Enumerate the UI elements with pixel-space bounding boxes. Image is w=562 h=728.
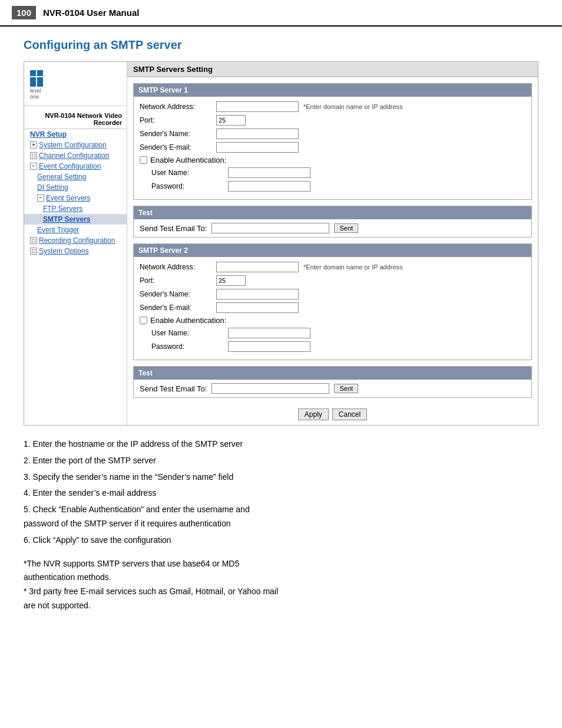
note-2: * 3rd party free E-mail services such as…: [24, 585, 538, 613]
event-config-label[interactable]: Event Configuration: [39, 162, 101, 170]
instructions: 1. Enter the hostname or the IP address …: [24, 437, 538, 548]
senders-name-row2: Sender's Name:: [140, 289, 525, 299]
network-address-input1[interactable]: [216, 101, 299, 112]
recording-config-label[interactable]: Recording Configuration: [39, 236, 115, 245]
expand-icon-recording: □: [30, 237, 37, 244]
senders-name-row1: Sender's Name:: [140, 129, 525, 139]
senders-name-label2: Sender's Name:: [140, 290, 216, 298]
smtp-servers-header: SMTP Servers Setting: [127, 62, 538, 77]
send-test-input2[interactable]: [211, 383, 329, 394]
username-input2[interactable]: [228, 328, 310, 338]
send-test-input1[interactable]: [211, 223, 329, 233]
event-servers-label[interactable]: Event Servers: [46, 194, 90, 202]
senders-email-input1[interactable]: [216, 142, 299, 153]
instruction-4: 4. Enter the sender’s e-mail address: [24, 486, 538, 500]
test-block1: Test Send Test Email To: Sent: [133, 206, 532, 238]
senders-email-row2: Sender's E-mail:: [140, 302, 525, 313]
smtp-server1-block: SMTP Server 1 Network Address: *Enter do…: [133, 83, 532, 200]
sent-button2[interactable]: Sent: [334, 384, 358, 393]
network-address-input2[interactable]: [216, 262, 299, 272]
smtp-server2-block: SMTP Server 2 Network Address: *Enter do…: [133, 243, 532, 360]
sidebar-item-smtp-servers[interactable]: SMTP Servers: [24, 214, 127, 225]
username-label2: User Name:: [151, 329, 228, 337]
port-row1: Port:: [140, 115, 525, 126]
senders-name-input2[interactable]: [216, 289, 299, 299]
network-address-label2: Network Address:: [140, 263, 216, 271]
test-form1: Send Test Email To: Sent: [134, 219, 531, 237]
senders-email-label1: Sender's E-mail:: [140, 143, 216, 151]
sidebar-item-recording-config[interactable]: □ Recording Configuration: [24, 235, 127, 246]
senders-email-input2[interactable]: [216, 302, 299, 313]
network-address-row2: Network Address: *Enter domain name or I…: [140, 262, 525, 272]
notes: *The NVR supports SMTP servers that use …: [24, 557, 538, 613]
sidebar-item-channel-config[interactable]: □ Channel Configuration: [24, 150, 127, 161]
port-row2: Port:: [140, 275, 525, 286]
expand-icon-system-options: □: [30, 248, 37, 255]
nvr-brand: NVR-0104 Network Video Recorder: [24, 110, 127, 129]
sidebar-item-system-config[interactable]: + System Configuration: [24, 140, 127, 150]
page-number: 100: [12, 6, 36, 19]
password-label1: Password:: [151, 182, 228, 190]
expand-icon: +: [30, 141, 37, 149]
page-header: 100 NVR-0104 User Manual: [0, 0, 562, 27]
instruction-3: 3. Specify the sender’s name in the “Sen…: [24, 470, 538, 485]
smtp-server2-form: Network Address: *Enter domain name or I…: [134, 257, 531, 360]
sidebar-item-nvr-setup[interactable]: NVR Setup: [24, 129, 127, 140]
expand-icon: □: [30, 152, 37, 159]
senders-email-label2: Sender's E-mail:: [140, 304, 216, 312]
manual-title: NVR-0104 User Manual: [43, 8, 139, 18]
instruction-5: 5. Check “Enable Authentication” and ent…: [24, 503, 538, 531]
network-address-hint1: *Enter domain name or IP address: [303, 103, 403, 110]
sidebar-item-event-trigger[interactable]: Event Trigger: [24, 225, 127, 235]
password-input2[interactable]: [228, 341, 310, 352]
password-row2: Password:: [151, 341, 525, 352]
channel-config-label[interactable]: Channel Configuration: [39, 151, 109, 160]
enable-auth-label1: Enable Authentication:: [150, 156, 226, 164]
senders-name-input1[interactable]: [216, 129, 299, 139]
instruction-1: 1. Enter the hostname or the IP address …: [24, 437, 538, 452]
port-input1[interactable]: [216, 115, 246, 126]
apply-button[interactable]: Apply: [298, 409, 329, 420]
system-options-label[interactable]: System Options: [39, 247, 89, 255]
note-1: *The NVR supports SMTP servers that use …: [24, 557, 538, 585]
test-header2: Test: [134, 367, 531, 380]
enable-auth-row1: Enable Authentication:: [140, 156, 525, 164]
username-row1: User Name:: [151, 167, 525, 178]
sidebar-item-di-setting[interactable]: DI Setting: [24, 182, 127, 193]
sidebar-item-ftp-servers[interactable]: FTP Servers: [24, 203, 127, 214]
username-label1: User Name:: [151, 169, 228, 177]
port-label1: Port:: [140, 116, 216, 124]
instruction-6: 6. Click “Apply” to save the configurati…: [24, 533, 538, 548]
cancel-button[interactable]: Cancel: [332, 409, 367, 420]
enable-auth-checkbox2[interactable]: [140, 317, 147, 324]
enable-auth-checkbox1[interactable]: [140, 156, 147, 164]
expand-icon-event-servers: −: [37, 195, 44, 202]
logo-area: levelone: [24, 67, 127, 106]
senders-name-label1: Sender's Name:: [140, 130, 216, 138]
senders-email-row1: Sender's E-mail:: [140, 142, 525, 153]
network-address-hint2: *Enter domain name or IP address: [303, 263, 403, 271]
test-block2: Test Send Test Email To: Sent: [133, 366, 532, 398]
sidebar-item-event-servers[interactable]: − Event Servers: [24, 193, 127, 203]
enable-auth-row2: Enable Authentication:: [140, 316, 525, 325]
smtp-server1-form: Network Address: *Enter domain name or I…: [134, 97, 531, 199]
sent-button1[interactable]: Sent: [334, 223, 358, 233]
port-input2[interactable]: [216, 275, 246, 286]
sidebar-item-system-options[interactable]: □ System Options: [24, 246, 127, 256]
send-test-label2: Send Test Email To:: [140, 384, 207, 393]
network-address-label1: Network Address:: [140, 103, 216, 111]
username-input1[interactable]: [228, 167, 310, 178]
send-test-label1: Send Test Email To:: [140, 224, 207, 233]
port-label2: Port:: [140, 276, 216, 285]
section-heading: Configuring an SMTP server: [24, 38, 538, 52]
main-content: Configuring an SMTP server levelone NVR-: [0, 32, 562, 619]
smtp-server2-title: SMTP Server 2: [134, 244, 531, 257]
logo-icon: [30, 70, 121, 87]
sidebar-item-event-config[interactable]: − Event Configuration: [24, 161, 127, 172]
expand-icon-event: −: [30, 163, 37, 170]
bottom-buttons: Apply Cancel: [127, 404, 538, 425]
password-input1[interactable]: [228, 181, 310, 192]
test-header1: Test: [134, 206, 531, 219]
system-config-label[interactable]: System Configuration: [39, 141, 107, 149]
sidebar-item-general-setting[interactable]: General Setting: [24, 172, 127, 182]
